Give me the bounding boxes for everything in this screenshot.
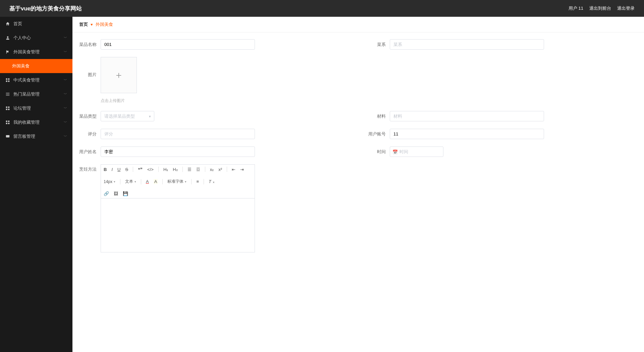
header: 基于vue的地方美食分享网站 用户 11 退出到前台 退出登录 [0,0,644,17]
home-icon [5,21,10,26]
code-button[interactable]: </> [147,167,154,172]
heart-icon: ♥ [91,22,93,26]
sidebar-item-favorites-mgmt[interactable]: 我的收藏管理 ﹀ [0,115,72,129]
cuisine-input[interactable] [390,39,544,50]
svg-rect-6 [6,94,10,94]
separator [191,179,192,184]
sidebar-item-message-board-mgmt[interactable]: 留言板管理 ﹀ [0,129,72,143]
svg-rect-4 [8,80,9,82]
cuisine-label: 菜系 [368,42,390,48]
subscript-button[interactable]: x₂ [210,167,214,172]
editor-toolbar: B I U S ❝❞ </> H₁ H₂ ☰ ☲ [101,165,255,198]
sidebar-item-chinese-food-mgmt[interactable]: 中式美食管理 ﹀ [0,73,72,87]
italic-button[interactable]: I [111,167,113,172]
svg-rect-9 [8,107,9,108]
svg-rect-11 [8,109,9,110]
separator [162,179,163,184]
svg-rect-3 [6,80,7,82]
font-family-select[interactable]: 标准字体▾ [167,179,186,184]
outdent-button[interactable]: ⇤ [232,167,235,172]
grid-icon [5,78,10,82]
sidebar-item-forum-mgmt[interactable]: 论坛管理 ﹀ [0,101,72,115]
link-button[interactable]: 🔗 [104,191,109,196]
dish-name-label: 菜品名称 [79,42,101,48]
sidebar-item-label: 留言板管理 [13,133,35,139]
time-input[interactable] [390,146,443,157]
editor-content[interactable] [101,198,255,252]
text-style-select[interactable]: 文本▾ [125,179,136,184]
bold-button[interactable]: B [104,167,107,172]
dish-type-select[interactable] [101,111,154,121]
chevron-down-icon: ﹀ [64,106,67,111]
to-front-link[interactable]: 退出到前台 [589,5,611,11]
plus-icon: ＋ [114,69,123,81]
h1-button[interactable]: H₁ [163,167,168,172]
header-right: 用户 11 退出到前台 退出登录 [569,5,635,11]
sidebar-item-foreign-food[interactable]: 外国美食 [0,59,72,73]
calendar-icon: 📅 [392,149,398,154]
chevron-down-icon: ﹀ [64,120,67,125]
svg-rect-8 [6,107,7,108]
image-label: 图片 [79,57,101,78]
rating-label: 评分 [79,131,101,137]
chevron-down-icon: ﹀ [64,36,67,40]
separator [158,167,159,172]
separator [141,179,141,184]
svg-rect-5 [6,93,10,93]
breadcrumb-current: 外国美食 [96,21,113,27]
separator [182,167,183,172]
save-button[interactable]: 💾 [123,191,128,196]
indent-button[interactable]: ⇥ [240,167,244,172]
chevron-down-icon: ﹀ [64,50,67,54]
underline-button[interactable]: U [117,167,120,172]
app-title: 基于vue的地方美食分享网站 [9,5,82,12]
material-input[interactable] [390,111,544,121]
font-color-button[interactable]: A [146,179,149,184]
ordered-list-button[interactable]: ☰ [187,167,192,172]
separator [120,179,120,184]
rating-input[interactable] [101,129,255,139]
material-label: 材料 [368,113,390,119]
breadcrumb-home[interactable]: 首页 [79,21,88,27]
align-button[interactable]: ≡ [196,179,199,184]
logout-link[interactable]: 退出登录 [617,5,635,11]
squares-icon [5,106,10,111]
form-area: 菜品名称 菜系 图片 ＋ 点击上传图片 [72,33,644,267]
image-upload-box[interactable]: ＋ [101,57,137,93]
bg-color-button[interactable]: A [154,179,158,184]
sidebar-item-home[interactable]: 首页 [0,17,72,31]
dish-name-input[interactable] [101,39,255,50]
svg-rect-16 [6,135,10,137]
flag-icon [5,50,10,54]
method-label: 烹饪方法 [79,164,101,172]
sidebar-item-hot-dish-mgmt[interactable]: 热门菜品管理 ﹀ [0,87,72,101]
svg-rect-12 [6,121,7,122]
main-content: 首页 ♥ 外国美食 菜品名称 菜系 图片 [72,17,644,352]
strike-button[interactable]: S [125,167,128,172]
container: 首页 个人中心 ﹀ 外国美食管理 ﹀ 外国美食 中式美食管 [0,17,644,352]
svg-rect-1 [6,78,7,80]
user-account-input[interactable] [390,129,544,139]
separator [227,167,227,172]
font-size-select[interactable]: 14px▾ [104,179,115,184]
superscript-button[interactable]: x² [218,167,222,172]
image-button[interactable]: 🖼 [114,191,118,196]
user-name-label: 用户姓名 [79,149,101,155]
chevron-down-icon: ﹀ [64,92,67,97]
chevron-down-icon: ﹀ [64,134,67,139]
sidebar-item-profile[interactable]: 个人中心 ﹀ [0,31,72,45]
unordered-list-button[interactable]: ☲ [196,167,200,172]
sidebar: 首页 个人中心 ﹀ 外国美食管理 ﹀ 外国美食 中式美食管 [0,17,72,352]
user-icon [5,36,10,40]
svg-rect-2 [8,78,9,80]
svg-rect-14 [6,123,7,124]
separator [204,179,204,184]
user-name-input[interactable] [101,146,255,157]
quote-button[interactable]: ❝❞ [138,167,143,172]
sidebar-item-foreign-food-mgmt[interactable]: 外国美食管理 ﹀ [0,45,72,59]
user-label[interactable]: 用户 11 [569,5,583,11]
h2-button[interactable]: H₂ [173,167,177,172]
sidebar-item-label: 我的收藏管理 [13,119,40,125]
sidebar-item-label: 论坛管理 [13,105,31,111]
clear-format-button[interactable]: Tₓ [209,179,215,184]
